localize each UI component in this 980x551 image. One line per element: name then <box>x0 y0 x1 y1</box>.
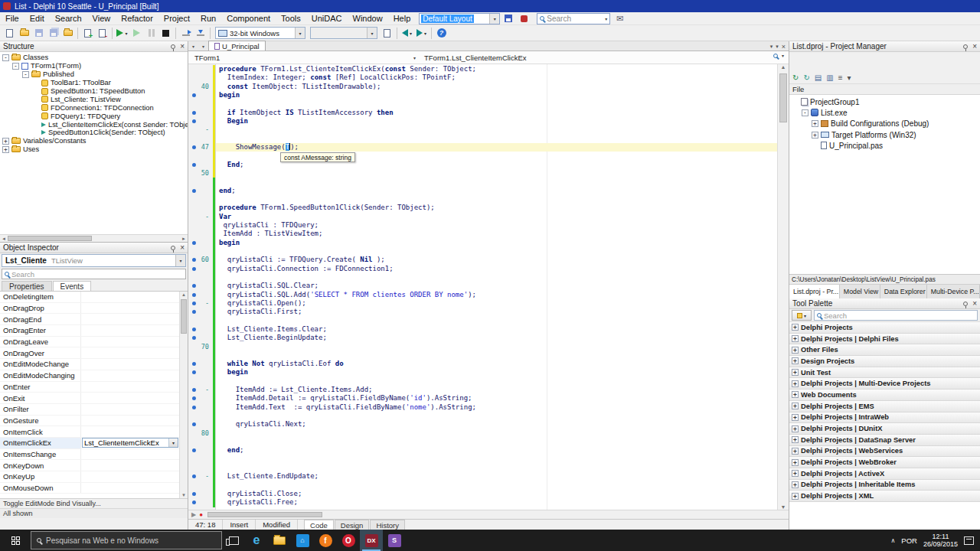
tab-properties[interactable]: Properties <box>2 281 52 291</box>
tab-code[interactable]: Code <box>304 520 334 530</box>
event-row[interactable]: OnEditModeChange <box>0 359 179 370</box>
structure-node[interactable]: FDConnection1: TFDConnection <box>0 103 188 112</box>
expand-icon[interactable]: + <box>812 120 818 127</box>
breakpoint-dot-icon[interactable] <box>192 293 196 297</box>
scroll-up-icon[interactable]: ▲ <box>778 64 789 70</box>
expand-icon[interactable]: + <box>792 357 799 364</box>
trace-into-button[interactable] <box>193 26 207 40</box>
event-row[interactable]: OnExit <box>0 393 179 404</box>
open-project-button[interactable] <box>60 26 75 40</box>
code-line[interactable] <box>188 412 777 420</box>
expand-icon[interactable]: + <box>792 403 799 409</box>
project-node[interactable]: ProjectGroup1 <box>789 96 980 107</box>
breakpoint-dot-icon[interactable] <box>192 328 196 331</box>
structure-node[interactable]: -Classes <box>0 54 188 62</box>
inspector-search-box[interactable]: Search <box>2 269 186 279</box>
code-line[interactable] <box>188 195 777 204</box>
code-line[interactable] <box>188 135 777 143</box>
save-button[interactable] <box>31 26 46 40</box>
code-line[interactable] <box>188 273 777 282</box>
code-line[interactable]: Lst_Cliente.BeginUpdate; <box>188 334 777 342</box>
taskbar-firefox[interactable]: f <box>314 530 337 551</box>
collapse-icon[interactable]: - <box>2 54 9 61</box>
menu-tools[interactable]: Tools <box>276 12 306 24</box>
code-line[interactable]: qryListaCli.SQL.Clear; <box>188 282 777 290</box>
breakpoint-dot-icon[interactable] <box>192 189 196 193</box>
code-line[interactable]: qryListaCli.Free; <box>188 498 777 507</box>
step-over-button[interactable] <box>178 26 193 40</box>
event-row[interactable]: OnDragDrop <box>0 303 179 315</box>
remove-file-button[interactable] <box>95 26 109 40</box>
code-line[interactable]: - ItemAdd := Lst_Cliente.Items.Add; <box>188 386 777 394</box>
palette-category[interactable]: +Delphi Projects | IntraWeb <box>789 412 980 424</box>
pause-button[interactable] <box>144 26 158 40</box>
taskbar-file-explorer[interactable] <box>268 530 291 551</box>
structure-node[interactable]: SpeedButton1Click(Sender: TObject) <box>0 129 188 137</box>
menu-unidac[interactable]: UniDAC <box>306 12 348 24</box>
event-row[interactable]: OnEnter <box>0 382 179 393</box>
breakpoint-dot-icon[interactable] <box>192 362 196 366</box>
code-line[interactable]: qryListaCli.First; <box>188 308 777 316</box>
palette-search-box[interactable]: Search <box>814 310 978 321</box>
remove-button[interactable]: ▥ <box>826 73 833 82</box>
code-line[interactable]: qryListaCli.Close; <box>188 490 777 498</box>
collapse-icon[interactable]: - <box>802 109 808 116</box>
structure-node[interactable]: +Uses <box>0 145 188 154</box>
palette-category[interactable]: +Delphi Projects | WebBroker <box>789 457 980 468</box>
expand-icon[interactable]: + <box>792 459 799 466</box>
code-line[interactable]: end; <box>188 446 777 455</box>
delete-layout-button[interactable] <box>517 12 531 24</box>
breakpoint-dot-icon[interactable] <box>192 163 196 167</box>
palette-category[interactable]: +Delphi Projects | Multi-Device Projects <box>789 378 980 390</box>
code-line[interactable] <box>188 351 777 360</box>
palette-category[interactable]: +Web Documents <box>789 390 980 401</box>
editor-vscrollbar[interactable]: ▲ ▼ <box>777 64 789 510</box>
target-platform-combo[interactable]: 32-bit Windows▾ <box>215 27 305 39</box>
macro-play-icon[interactable]: ▶ <box>191 511 196 518</box>
structure-hscrollbar[interactable]: ◄ ► <box>0 234 188 242</box>
menu-window[interactable]: Window <box>348 12 388 24</box>
ide-search-box[interactable]: Search ▾ <box>537 13 610 24</box>
chevron-down-icon[interactable]: ▾ <box>367 28 377 38</box>
code-line[interactable]: ItemAdd.Detail := qryListaCli.FieldByNam… <box>188 394 777 403</box>
project-node[interactable]: -List.exe <box>789 107 980 118</box>
palette-category[interactable]: +Design Projects <box>789 356 980 367</box>
file-column-header[interactable]: File <box>789 84 980 95</box>
taskbar-clock[interactable]: 12:11 26/09/2015 <box>923 533 958 548</box>
language-indicator[interactable]: POR <box>901 536 917 545</box>
selected-object-combo[interactable]: Lst_Cliente TListView ▾ <box>2 254 186 267</box>
code-line[interactable]: Begin <box>188 117 777 126</box>
close-tab-icon[interactable]: × <box>782 43 786 51</box>
scroll-up-icon[interactable]: ▲ <box>180 292 188 297</box>
expand-icon[interactable]: + <box>792 391 799 398</box>
code-line[interactable]: -Var <box>188 213 777 221</box>
expand-icon[interactable]: + <box>792 493 799 500</box>
scroll-left-icon[interactable]: ◄ <box>2 236 6 241</box>
inspector-scrollbar[interactable]: ▲ ▼ <box>179 292 188 498</box>
palette-category[interactable]: +Delphi Projects | EMS <box>789 401 980 412</box>
program-reset-button[interactable] <box>158 26 173 40</box>
compile-button[interactable] <box>380 26 394 40</box>
breakpoint-dot-icon[interactable] <box>192 422 196 426</box>
run-without-debugging-button[interactable] <box>129 26 144 40</box>
event-row[interactable]: OnItemClick <box>0 426 179 438</box>
event-row[interactable]: OnItemsChange <box>0 449 179 461</box>
palette-category[interactable]: +Delphi Projects | Delphi Files <box>789 334 980 345</box>
code-line[interactable] <box>188 317 777 325</box>
pin-icon[interactable] <box>171 44 175 49</box>
breakpoint-dot-icon[interactable] <box>192 310 196 314</box>
expand-icon[interactable]: + <box>792 347 799 354</box>
code-line[interactable]: 50 <box>188 169 777 178</box>
scroll-thumb[interactable] <box>207 512 322 517</box>
code-line[interactable] <box>188 247 777 256</box>
breakpoint-dot-icon[interactable] <box>192 258 196 262</box>
action-center-icon[interactable] <box>964 536 974 545</box>
dock-tab[interactable]: Model View <box>840 285 880 298</box>
event-row[interactable]: OnDeletingItem <box>0 292 179 303</box>
code-line[interactable] <box>188 481 777 490</box>
scroll-down-icon[interactable]: ▼ <box>778 504 789 510</box>
code-line[interactable]: ItemAdd : TListViewItem; <box>188 230 777 238</box>
chevron-down-icon[interactable]: ▾ <box>782 53 784 58</box>
breakpoint-dot-icon[interactable] <box>192 370 196 374</box>
code-line[interactable]: - <box>188 126 777 134</box>
